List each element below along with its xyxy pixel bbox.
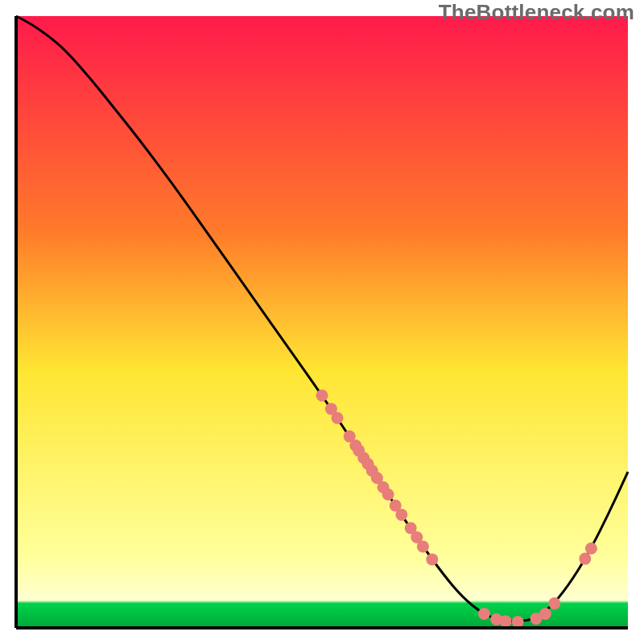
- data-marker: [500, 615, 512, 627]
- data-marker: [395, 509, 407, 521]
- data-marker: [539, 608, 551, 620]
- data-marker: [382, 489, 394, 501]
- data-marker: [478, 608, 490, 620]
- watermark-text: TheBottleneck.com: [439, 0, 634, 25]
- chart-svg: [0, 0, 644, 644]
- data-marker: [417, 540, 429, 552]
- data-marker: [585, 543, 597, 555]
- data-marker: [512, 616, 524, 628]
- data-marker: [548, 597, 560, 609]
- plot-background: [16, 16, 628, 628]
- data-marker: [316, 390, 328, 402]
- data-marker: [332, 412, 344, 424]
- data-marker: [579, 553, 591, 565]
- data-marker: [426, 553, 438, 565]
- chart-container: TheBottleneck.com: [0, 0, 644, 644]
